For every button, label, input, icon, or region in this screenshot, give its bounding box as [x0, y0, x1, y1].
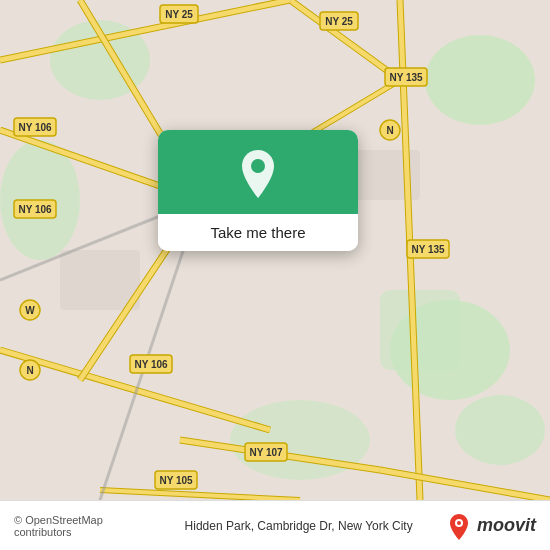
- svg-rect-8: [60, 250, 140, 310]
- map-container: NY 25 NY 25 NY 135 NY 135 NY 106 NY 106 …: [0, 0, 550, 500]
- svg-point-60: [251, 159, 265, 173]
- popup-header: [158, 130, 358, 214]
- svg-point-1: [425, 35, 535, 125]
- moovit-icon: [445, 512, 473, 540]
- svg-text:N: N: [26, 365, 33, 376]
- svg-text:NY 25: NY 25: [165, 9, 193, 20]
- location-pin-icon: [236, 148, 280, 200]
- location-label: Hidden Park, Cambridge Dr, New York City: [160, 519, 437, 533]
- svg-text:NY 105: NY 105: [159, 475, 193, 486]
- svg-text:W: W: [25, 305, 35, 316]
- popup-card: Take me there: [158, 130, 358, 251]
- svg-point-62: [457, 521, 461, 525]
- svg-text:NY 106: NY 106: [134, 359, 168, 370]
- svg-text:NY 135: NY 135: [411, 244, 445, 255]
- moovit-brand-text: moovit: [477, 515, 536, 536]
- svg-text:NY 25: NY 25: [325, 16, 353, 27]
- svg-text:NY 107: NY 107: [249, 447, 283, 458]
- moovit-logo: moovit: [445, 512, 536, 540]
- svg-text:NY 135: NY 135: [389, 72, 423, 83]
- svg-text:N: N: [386, 125, 393, 136]
- bottom-bar: © OpenStreetMap contributors Hidden Park…: [0, 500, 550, 550]
- svg-point-6: [455, 395, 545, 465]
- take-me-there-button[interactable]: Take me there: [158, 214, 358, 251]
- svg-rect-7: [380, 290, 460, 370]
- copyright-text: © OpenStreetMap contributors: [14, 514, 152, 538]
- svg-text:NY 106: NY 106: [18, 122, 52, 133]
- svg-text:NY 106: NY 106: [18, 204, 52, 215]
